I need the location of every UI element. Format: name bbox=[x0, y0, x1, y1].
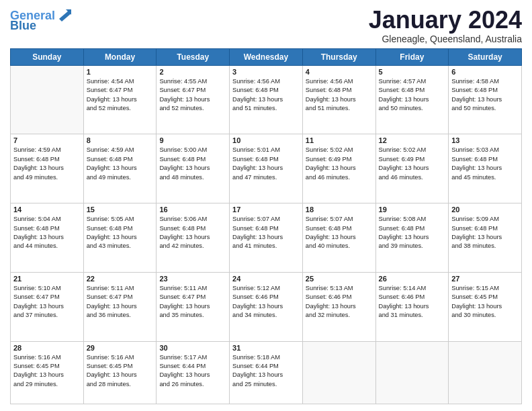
header: General Blue January 2024 Gleneagle, Que… bbox=[10, 7, 522, 44]
calendar-cell: 22Sunrise: 5:11 AMSunset: 6:47 PMDayligh… bbox=[83, 272, 157, 341]
day-info: Sunrise: 5:15 AMSunset: 6:45 PMDaylight:… bbox=[451, 284, 519, 320]
day-number: 5 bbox=[379, 68, 446, 76]
day-info: Sunrise: 4:59 AMSunset: 6:48 PMDaylight:… bbox=[13, 146, 81, 182]
day-number: 25 bbox=[306, 275, 373, 283]
col-header-friday: Friday bbox=[375, 48, 449, 65]
col-header-wednesday: Wednesday bbox=[230, 48, 303, 65]
week-row-3: 14Sunrise: 5:04 AMSunset: 6:48 PMDayligh… bbox=[11, 203, 522, 273]
day-info: Sunrise: 4:56 AMSunset: 6:48 PMDaylight:… bbox=[306, 77, 373, 113]
calendar-cell: 20Sunrise: 5:09 AMSunset: 6:48 PMDayligh… bbox=[449, 203, 522, 273]
title-block: January 2024 Gleneagle, Queensland, Aust… bbox=[369, 7, 522, 44]
calendar-cell bbox=[302, 341, 375, 404]
calendar-cell: 14Sunrise: 5:04 AMSunset: 6:48 PMDayligh… bbox=[11, 203, 84, 273]
day-info: Sunrise: 5:04 AMSunset: 6:48 PMDaylight:… bbox=[13, 215, 81, 251]
day-info: Sunrise: 5:06 AMSunset: 6:48 PMDaylight:… bbox=[159, 215, 226, 251]
day-number: 12 bbox=[379, 136, 446, 144]
calendar-cell: 1Sunrise: 4:54 AMSunset: 6:47 PMDaylight… bbox=[83, 65, 157, 134]
day-info: Sunrise: 5:02 AMSunset: 6:49 PMDaylight:… bbox=[306, 146, 373, 182]
calendar-cell: 30Sunrise: 5:17 AMSunset: 6:44 PMDayligh… bbox=[157, 341, 230, 404]
day-info: Sunrise: 4:57 AMSunset: 6:48 PMDaylight:… bbox=[379, 77, 446, 113]
day-info: Sunrise: 5:16 AMSunset: 6:45 PMDaylight:… bbox=[13, 353, 81, 390]
day-info: Sunrise: 5:01 AMSunset: 6:48 PMDaylight:… bbox=[232, 146, 300, 182]
day-info: Sunrise: 5:08 AMSunset: 6:48 PMDaylight:… bbox=[379, 215, 446, 251]
day-number: 20 bbox=[451, 205, 519, 214]
location-subtitle: Gleneagle, Queensland, Australia bbox=[369, 34, 522, 44]
calendar-cell: 28Sunrise: 5:16 AMSunset: 6:45 PMDayligh… bbox=[11, 341, 84, 404]
day-number: 19 bbox=[379, 205, 446, 214]
calendar-cell: 25Sunrise: 5:13 AMSunset: 6:46 PMDayligh… bbox=[302, 272, 375, 341]
day-info: Sunrise: 5:11 AMSunset: 6:47 PMDaylight:… bbox=[87, 284, 154, 320]
day-info: Sunrise: 5:00 AMSunset: 6:48 PMDaylight:… bbox=[159, 146, 226, 182]
calendar-cell: 16Sunrise: 5:06 AMSunset: 6:48 PMDayligh… bbox=[157, 203, 230, 273]
calendar-cell: 19Sunrise: 5:08 AMSunset: 6:48 PMDayligh… bbox=[375, 203, 449, 273]
day-info: Sunrise: 4:56 AMSunset: 6:48 PMDaylight:… bbox=[232, 77, 300, 113]
month-title: January 2024 bbox=[369, 7, 522, 34]
day-number: 10 bbox=[232, 136, 300, 144]
day-info: Sunrise: 5:13 AMSunset: 6:46 PMDaylight:… bbox=[306, 284, 373, 320]
day-number: 31 bbox=[232, 344, 300, 352]
day-info: Sunrise: 5:07 AMSunset: 6:48 PMDaylight:… bbox=[232, 215, 300, 251]
calendar-cell: 17Sunrise: 5:07 AMSunset: 6:48 PMDayligh… bbox=[230, 203, 303, 273]
col-header-monday: Monday bbox=[83, 48, 157, 65]
day-number: 24 bbox=[232, 275, 300, 283]
day-number: 28 bbox=[13, 344, 81, 352]
day-info: Sunrise: 5:14 AMSunset: 6:46 PMDaylight:… bbox=[379, 284, 446, 320]
col-header-saturday: Saturday bbox=[449, 48, 522, 65]
logo: General Blue bbox=[10, 9, 71, 33]
calendar-cell: 5Sunrise: 4:57 AMSunset: 6:48 PMDaylight… bbox=[375, 65, 449, 134]
day-info: Sunrise: 5:11 AMSunset: 6:47 PMDaylight:… bbox=[159, 284, 226, 320]
calendar-cell: 18Sunrise: 5:07 AMSunset: 6:48 PMDayligh… bbox=[302, 203, 375, 273]
calendar-cell: 7Sunrise: 4:59 AMSunset: 6:48 PMDaylight… bbox=[11, 134, 84, 203]
calendar-cell: 31Sunrise: 5:18 AMSunset: 6:44 PMDayligh… bbox=[230, 341, 303, 404]
calendar-cell: 26Sunrise: 5:14 AMSunset: 6:46 PMDayligh… bbox=[375, 272, 449, 341]
day-number: 4 bbox=[306, 68, 373, 76]
calendar-cell: 10Sunrise: 5:01 AMSunset: 6:48 PMDayligh… bbox=[230, 134, 303, 203]
day-number: 16 bbox=[159, 205, 226, 214]
col-header-tuesday: Tuesday bbox=[157, 48, 230, 65]
day-number: 13 bbox=[451, 136, 519, 144]
day-info: Sunrise: 5:05 AMSunset: 6:48 PMDaylight:… bbox=[87, 215, 154, 251]
day-number: 30 bbox=[159, 344, 226, 352]
calendar-cell: 3Sunrise: 4:56 AMSunset: 6:48 PMDaylight… bbox=[230, 65, 303, 134]
day-info: Sunrise: 4:59 AMSunset: 6:48 PMDaylight:… bbox=[87, 146, 154, 182]
week-row-5: 28Sunrise: 5:16 AMSunset: 6:45 PMDayligh… bbox=[11, 341, 522, 404]
day-info: Sunrise: 5:12 AMSunset: 6:46 PMDaylight:… bbox=[232, 284, 300, 320]
calendar-cell: 27Sunrise: 5:15 AMSunset: 6:45 PMDayligh… bbox=[449, 272, 522, 341]
day-number: 18 bbox=[306, 205, 373, 214]
calendar-cell: 13Sunrise: 5:03 AMSunset: 6:48 PMDayligh… bbox=[449, 134, 522, 203]
day-number: 17 bbox=[232, 205, 300, 214]
day-number: 27 bbox=[451, 275, 519, 283]
calendar-cell bbox=[11, 65, 84, 134]
day-info: Sunrise: 4:58 AMSunset: 6:48 PMDaylight:… bbox=[451, 77, 519, 113]
calendar-cell: 15Sunrise: 5:05 AMSunset: 6:48 PMDayligh… bbox=[83, 203, 157, 273]
day-number: 3 bbox=[232, 68, 300, 76]
calendar-cell: 9Sunrise: 5:00 AMSunset: 6:48 PMDaylight… bbox=[157, 134, 230, 203]
week-row-4: 21Sunrise: 5:10 AMSunset: 6:47 PMDayligh… bbox=[11, 272, 522, 341]
day-number: 21 bbox=[13, 275, 81, 283]
day-info: Sunrise: 5:17 AMSunset: 6:44 PMDaylight:… bbox=[159, 353, 226, 390]
day-number: 7 bbox=[13, 136, 81, 144]
day-number: 2 bbox=[159, 68, 226, 76]
calendar-cell: 6Sunrise: 4:58 AMSunset: 6:48 PMDaylight… bbox=[449, 65, 522, 134]
day-number: 26 bbox=[379, 275, 446, 283]
page: General Blue January 2024 Gleneagle, Que… bbox=[0, 0, 532, 411]
calendar-cell bbox=[375, 341, 449, 404]
day-number: 15 bbox=[87, 205, 154, 214]
day-info: Sunrise: 5:03 AMSunset: 6:48 PMDaylight:… bbox=[451, 146, 519, 182]
day-number: 8 bbox=[87, 136, 154, 144]
calendar-cell bbox=[449, 341, 522, 404]
day-number: 9 bbox=[159, 136, 226, 144]
day-info: Sunrise: 4:55 AMSunset: 6:47 PMDaylight:… bbox=[159, 77, 226, 113]
day-info: Sunrise: 5:09 AMSunset: 6:48 PMDaylight:… bbox=[451, 215, 519, 251]
day-info: Sunrise: 4:54 AMSunset: 6:47 PMDaylight:… bbox=[87, 77, 154, 113]
day-info: Sunrise: 5:18 AMSunset: 6:44 PMDaylight:… bbox=[232, 353, 300, 390]
calendar-cell: 8Sunrise: 4:59 AMSunset: 6:48 PMDaylight… bbox=[83, 134, 157, 203]
day-number: 14 bbox=[13, 205, 81, 214]
day-number: 23 bbox=[159, 275, 226, 283]
day-info: Sunrise: 5:10 AMSunset: 6:47 PMDaylight:… bbox=[13, 284, 81, 320]
day-info: Sunrise: 5:07 AMSunset: 6:48 PMDaylight:… bbox=[306, 215, 373, 251]
calendar-cell: 4Sunrise: 4:56 AMSunset: 6:48 PMDaylight… bbox=[302, 65, 375, 134]
day-number: 11 bbox=[306, 136, 373, 144]
calendar-cell: 23Sunrise: 5:11 AMSunset: 6:47 PMDayligh… bbox=[157, 272, 230, 341]
day-number: 22 bbox=[87, 275, 154, 283]
